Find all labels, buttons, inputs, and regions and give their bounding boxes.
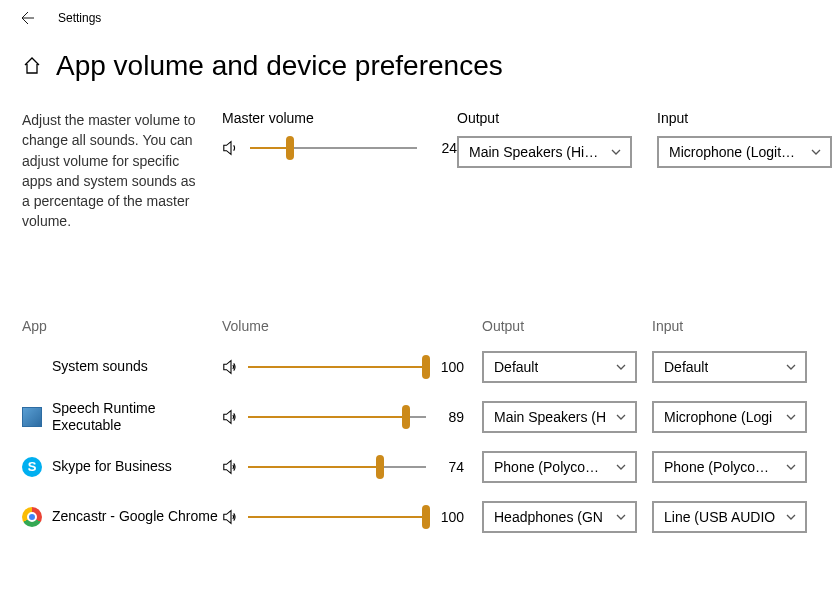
app-volume-value: 74 [434,459,464,475]
app-input-dropdown[interactable]: Microphone (Logi [652,401,807,433]
app-output-dropdown[interactable]: Phone (Polycom C [482,451,637,483]
app-input-value: Microphone (Logi [664,409,772,425]
master-volume-label: Master volume [222,110,457,126]
app-output-value: Default [494,359,538,375]
app-output-value: Headphones (GN [494,509,603,525]
app-row: Speech Runtime Executable 89 Main Speake… [22,392,813,442]
window-title: Settings [58,11,101,25]
chevron-down-icon [615,461,627,473]
arrow-left-icon [20,10,36,26]
speaker-icon[interactable] [222,458,240,476]
app-volume-value: 100 [434,359,464,375]
app-name: Speech Runtime Executable [52,400,222,434]
chevron-down-icon [615,361,627,373]
app-input-dropdown[interactable]: Default [652,351,807,383]
chevron-down-icon [615,511,627,523]
app-volume-value: 89 [434,409,464,425]
app-volume-value: 100 [434,509,464,525]
apps-header: App Volume Output Input [22,318,813,334]
app-volume-slider[interactable] [248,355,426,379]
chevron-down-icon [785,411,797,423]
input-label: Input [657,110,832,126]
app-row: System sounds 100 Default Default [22,342,813,392]
app-name-cell: Zencastr - Google Chrome [22,507,222,527]
master-input-value: Microphone (Logit… [669,144,795,160]
app-row: Zencastr - Google Chrome 100 Headphones … [22,492,813,542]
chrome-icon [22,507,42,527]
speaker-icon[interactable] [222,408,240,426]
speaker-icon[interactable] [222,139,240,157]
master-output-value: Main Speakers (Hi… [469,144,598,160]
chevron-down-icon [810,146,822,158]
app-output-dropdown[interactable]: Main Speakers (H [482,401,637,433]
master-description: Adjust the master volume to change all s… [22,110,222,232]
chevron-down-icon [785,461,797,473]
app-input-dropdown[interactable]: Phone (Polycom C [652,451,807,483]
app-name-cell: System sounds [22,358,222,375]
app-row: S Skype for Business 74 Phone (Polycom C… [22,442,813,492]
skype-icon: S [22,457,42,477]
app-volume-slider[interactable] [248,505,426,529]
master-volume-value: 24 [427,140,457,156]
page-title: App volume and device preferences [56,50,503,82]
app-name: Skype for Business [52,458,172,475]
titlebar: Settings [0,0,835,36]
col-volume: Volume [222,318,482,334]
speech-runtime-icon [22,407,42,427]
speaker-icon[interactable] [222,358,240,376]
home-icon[interactable] [22,56,42,76]
app-name: Zencastr - Google Chrome [52,508,218,525]
col-input: Input [652,318,822,334]
app-input-value: Default [664,359,708,375]
speaker-icon[interactable] [222,508,240,526]
app-name: System sounds [52,358,148,375]
chevron-down-icon [785,361,797,373]
master-input-dropdown[interactable]: Microphone (Logit… [657,136,832,168]
col-app: App [22,318,222,334]
app-volume-slider[interactable] [248,455,426,479]
app-output-dropdown[interactable]: Headphones (GN [482,501,637,533]
app-name-cell: Speech Runtime Executable [22,400,222,434]
chevron-down-icon [615,411,627,423]
output-label: Output [457,110,637,126]
app-input-value: Line (USB AUDIO [664,509,775,525]
back-button[interactable] [16,6,40,30]
app-volume-slider[interactable] [248,405,426,429]
app-output-dropdown[interactable]: Default [482,351,637,383]
app-output-value: Phone (Polycom C [494,459,609,475]
app-input-value: Phone (Polycom C [664,459,779,475]
master-output-dropdown[interactable]: Main Speakers (Hi… [457,136,632,168]
master-volume-slider[interactable] [250,136,417,160]
chevron-down-icon [610,146,622,158]
col-output: Output [482,318,652,334]
app-output-value: Main Speakers (H [494,409,606,425]
app-input-dropdown[interactable]: Line (USB AUDIO [652,501,807,533]
chevron-down-icon [785,511,797,523]
app-name-cell: S Skype for Business [22,457,222,477]
